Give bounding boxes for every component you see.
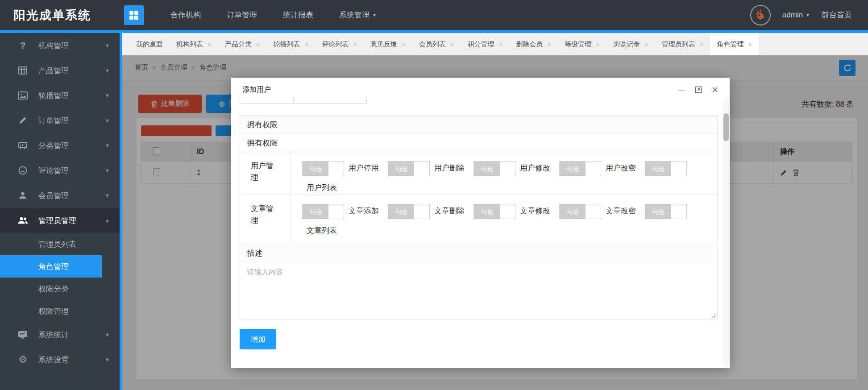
description-textarea[interactable] [247, 268, 710, 314]
sidebar-item-admins[interactable]: 管理员管理 ▲ [0, 208, 120, 233]
sidebar-item-orders[interactable]: 订单管理 ▼ [0, 108, 120, 133]
perm-group-name: 文章管理 [251, 203, 280, 226]
chevron-up-icon: ▲ [105, 218, 110, 223]
sidebar-item-members[interactable]: 会员管理 ▼ [0, 183, 120, 208]
close-icon[interactable]: × [547, 41, 551, 48]
close-icon[interactable]: × [700, 41, 704, 48]
tab-product-category[interactable]: 产品分类× [218, 33, 267, 55]
perm-toggle-article-list[interactable]: 勾选 [645, 204, 687, 219]
tab-role-mgmt[interactable]: 角色管理× [710, 33, 759, 55]
chevron-down-icon: ▼ [105, 193, 110, 198]
minimize-icon[interactable]: — [678, 87, 685, 93]
close-icon[interactable]: × [305, 41, 309, 48]
sidebar-item-comments[interactable]: 评论管理 ▼ [0, 158, 120, 183]
pencil-icon [17, 116, 29, 124]
permissions-header: 拥有权限 [240, 116, 717, 134]
close-icon[interactable]: × [748, 41, 752, 48]
navbar-accent-line [0, 30, 868, 33]
perm-toggle-article-password[interactable]: 勾选 [559, 204, 601, 219]
sidebar: ? 机构管理 ▼ 产品管理 ▼ 轮播管理 ▼ 订单管理 ▼ [0, 33, 120, 390]
tab-member-list[interactable]: 会员列表× [412, 33, 461, 55]
tab-org-list[interactable]: 机构列表× [170, 33, 218, 55]
sidebar-item-products[interactable]: 产品管理 ▼ [0, 58, 120, 83]
perm-toggle-user-edit[interactable]: 勾选 [473, 161, 515, 176]
perm-toggle-article-delete[interactable]: 勾选 [388, 204, 430, 219]
modal-scrollbar-thumb[interactable] [723, 113, 729, 141]
tab-points[interactable]: 积分管理× [461, 33, 510, 55]
modal-scrollbar-track[interactable] [723, 97, 729, 367]
nav-item-system[interactable]: 系统管理▼ [339, 10, 377, 20]
permissions-subheader: 拥有权限 [240, 134, 717, 152]
sidebar-subitem-role-mgmt[interactable]: 角色管理 [0, 255, 102, 278]
gear-icon: ⚙ [17, 354, 29, 365]
sidebar-item-org[interactable]: ? 机构管理 ▼ [0, 33, 120, 58]
table-icon [17, 66, 29, 75]
perm-toggle-article-edit[interactable]: 勾选 [473, 204, 515, 219]
image-icon [17, 91, 29, 100]
stats-board-icon [17, 330, 29, 339]
chevron-down-icon: ▼ [105, 168, 110, 173]
resize-handle-icon[interactable] [710, 313, 716, 318]
nav-item-orders[interactable]: 订单管理 [227, 10, 257, 20]
user-menu[interactable]: admin▼ [782, 11, 810, 20]
sidebar-item-settings[interactable]: ⚙ 系统设置 ▼ [0, 347, 120, 372]
tab-desktop[interactable]: 我的桌面 [129, 33, 170, 55]
tab-carousel-list[interactable]: 轮播列表× [267, 33, 316, 55]
close-icon[interactable]: × [596, 41, 600, 48]
app-logo: 阳光成单系统 [13, 7, 91, 23]
chevron-down-icon: ▼ [105, 357, 110, 362]
sidebar-item-carousel[interactable]: 轮播管理 ▼ [0, 83, 120, 108]
avatar[interactable] [750, 5, 771, 25]
avatar-swirl-icon [754, 8, 767, 22]
tab-admin-list[interactable]: 管理员列表× [655, 33, 710, 55]
modal-header[interactable]: 添加用户 — × [231, 78, 730, 97]
clipped-form-row [240, 97, 367, 104]
perm-toggle-user-delete[interactable]: 勾选 [388, 161, 430, 176]
nav-item-partners[interactable]: 合作机构 [170, 10, 201, 20]
permissions-box-articles: 文章管理 勾选文章添加勾选文章删除勾选文章修改勾选文章改密勾选文章列表 [240, 195, 718, 247]
sidebar-item-categories[interactable]: 分类管理 ▼ [0, 133, 120, 158]
tab-comment-list[interactable]: 评论列表× [315, 33, 364, 55]
submit-add-button[interactable]: 增加 [240, 329, 276, 349]
grid-icon [129, 10, 139, 20]
chevron-down-icon: ▼ [806, 12, 810, 17]
close-icon[interactable]: × [450, 41, 454, 48]
question-icon: ? [17, 41, 29, 51]
close-icon[interactable]: × [402, 41, 406, 48]
tab-levels[interactable]: 等级管理× [558, 33, 606, 55]
perm-group-name: 用户管理 [251, 160, 280, 183]
chevron-down-icon: ▼ [105, 118, 110, 123]
modal-title: 添加用户 [242, 81, 271, 95]
perm-toggle-article-add[interactable]: 勾选 [302, 204, 344, 219]
tab-browse-history[interactable]: 浏览记录× [606, 33, 655, 55]
nav-item-reports[interactable]: 统计报表 [283, 10, 313, 20]
close-icon[interactable]: × [256, 41, 260, 48]
open-tabs-bar: 我的桌面 机构列表× 产品分类× 轮播列表× 评论列表× 意见反馈× 会员列表×… [122, 33, 868, 55]
tab-feedback[interactable]: 意见反馈× [364, 33, 412, 55]
user-icon [17, 191, 29, 200]
maximize-icon[interactable] [695, 86, 702, 93]
sidebar-item-statistics[interactable]: 系统统计 ▼ [0, 322, 120, 347]
perm-toggle-user-password[interactable]: 勾选 [559, 161, 601, 176]
description-box: 描述 [240, 244, 718, 320]
bar-chart-icon [17, 141, 29, 149]
close-icon[interactable]: × [353, 41, 357, 48]
primary-nav: 合作机构 订单管理 统计报表 系统管理▼ [170, 10, 377, 20]
apps-grid-button[interactable] [124, 5, 144, 25]
chevron-down-icon: ▼ [105, 68, 110, 73]
close-icon[interactable]: × [208, 41, 212, 48]
chevron-down-icon: ▼ [105, 93, 110, 98]
chevron-down-icon: ▼ [105, 143, 110, 148]
close-icon[interactable]: × [644, 41, 648, 48]
perm-toggle-user-disable[interactable]: 勾选 [302, 161, 344, 176]
front-site-link[interactable]: 前台首页 [822, 10, 852, 20]
chevron-down-icon: ▼ [105, 43, 110, 48]
sidebar-subitem-admin-list[interactable]: 管理员列表 [0, 233, 120, 255]
close-icon[interactable]: × [712, 84, 718, 95]
sidebar-subitem-perm-mgmt[interactable]: 权限管理 [0, 300, 120, 322]
close-icon[interactable]: × [499, 41, 503, 48]
perm-toggle-user-list[interactable]: 勾选 [645, 161, 687, 176]
sidebar-subitem-perm-category[interactable]: 权限分类 [0, 278, 120, 300]
tab-deleted-members[interactable]: 删除会员× [509, 33, 558, 55]
navbar-right: admin▼ 前台首页 [750, 5, 852, 25]
